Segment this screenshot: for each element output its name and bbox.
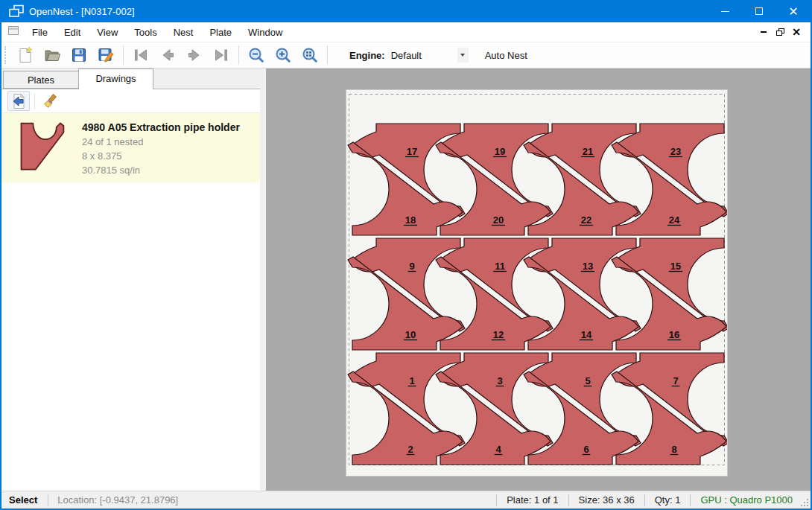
import-drawing-button[interactable] (7, 91, 30, 111)
plate-svg[interactable]: 171819202122232491011121314151612345678 (346, 90, 727, 476)
mode-status: Select (1, 494, 48, 506)
cursor-location: Location: [-0.9437, 21.8796] (48, 494, 187, 506)
part-number-16: 16 (669, 329, 679, 340)
resize-grip[interactable] (800, 491, 811, 509)
save-icon (70, 46, 88, 64)
part-number-22: 22 (581, 214, 591, 226)
toolbar-grip (4, 46, 9, 64)
tab-strip: Plates Drawings (1, 68, 260, 89)
part-number-19: 19 (495, 146, 505, 157)
first-arrow-icon (132, 46, 150, 64)
clean-button[interactable] (39, 91, 62, 111)
part-number-4: 4 (495, 444, 501, 455)
part-number-9: 9 (409, 261, 414, 272)
save-as-icon (97, 46, 115, 64)
close-icon: ✕ (788, 4, 798, 19)
save-button[interactable] (66, 44, 92, 66)
part-number-18: 18 (405, 214, 416, 226)
engine-combobox[interactable]: Default (391, 47, 469, 63)
part-number-23: 23 (670, 146, 681, 157)
engine-value: Default (391, 50, 457, 61)
part-number-8: 8 (671, 444, 676, 455)
plate-count: Plate: 1 of 1 (497, 494, 568, 506)
mdi-window-controls: ✕ (755, 25, 805, 39)
nest-canvas[interactable]: 171819202122232491011121314151612345678 (266, 68, 811, 491)
zoom-in-icon (274, 46, 292, 64)
plate[interactable]: 171819202122232491011121314151612345678 (346, 89, 728, 476)
import-drawing-icon (10, 92, 28, 110)
part-number-10: 10 (405, 329, 416, 340)
statusbar-right: Plate: 1 of 1 Size: 36 x 36 Qty: 1 GPU :… (496, 491, 811, 509)
tab-plates[interactable]: Plates (3, 71, 78, 89)
part-number-13: 13 (583, 261, 593, 272)
menu-nest[interactable]: Nest (165, 24, 202, 41)
menu-edit[interactable]: Edit (56, 24, 89, 41)
toolbar-separator (123, 45, 124, 65)
menu-file[interactable]: File (24, 24, 56, 41)
engine-label: Engine: (349, 50, 385, 61)
part-number-11: 11 (495, 261, 505, 272)
mdi-restore-button[interactable] (772, 25, 788, 39)
next-plate-button[interactable] (181, 44, 208, 66)
new-button[interactable] (12, 44, 39, 66)
zoom-out-button[interactable] (243, 44, 270, 66)
part-number-5: 5 (585, 375, 590, 386)
open-folder-icon (43, 46, 61, 64)
zoom-fit-icon (301, 46, 319, 64)
panel-splitter[interactable] (260, 68, 266, 491)
gpu-status: GPU : Quadro P1000 (691, 494, 800, 506)
menu-window[interactable]: Window (240, 24, 291, 41)
next-arrow-icon (185, 46, 203, 64)
mdi-minimize-icon (761, 31, 767, 33)
left-panel: Plates Drawings (1, 68, 260, 491)
part-number-15: 15 (670, 261, 681, 272)
maximize-icon (755, 7, 763, 15)
plate-size: Size: 36 x 36 (569, 494, 644, 506)
part-number-7: 7 (673, 375, 678, 386)
app-window: OpenNest - [N0317-002] ✕ File Edit View … (0, 0, 812, 510)
drawing-area: 30.7815 sq/in (82, 165, 240, 176)
engine-group: Engine: Default Auto Nest (349, 47, 532, 64)
part-number-6: 6 (583, 444, 589, 455)
broom-icon (42, 92, 60, 110)
open-button[interactable] (39, 44, 66, 66)
mdi-minimize-button[interactable] (755, 25, 772, 39)
part-number-12: 12 (493, 329, 504, 340)
menu-plate[interactable]: Plate (201, 24, 240, 41)
zoom-in-button[interactable] (270, 44, 296, 66)
part-number-1: 1 (409, 375, 414, 386)
tab-drawings[interactable]: Drawings (78, 68, 153, 89)
auto-nest-button[interactable]: Auto Nest (480, 47, 532, 64)
document-window-icon[interactable] (7, 25, 19, 39)
chevron-down-icon (460, 54, 465, 57)
drawings-toolbar (1, 89, 260, 113)
app-icon (7, 3, 26, 19)
drawing-item-text: 4980 A05 Extraction pipe holder 24 of 1 … (82, 120, 240, 176)
menu-view[interactable]: View (89, 24, 126, 41)
part-number-2: 2 (407, 444, 413, 455)
mdi-restore-icon (776, 28, 784, 36)
engine-dropdown-button[interactable] (457, 48, 469, 63)
save-as-button[interactable] (92, 44, 119, 66)
last-arrow-icon (212, 46, 230, 64)
mdi-close-icon: ✕ (792, 26, 801, 38)
title-bar: OpenNest - [N0317-002] ✕ (1, 0, 811, 22)
zoom-fit-button[interactable] (296, 44, 323, 66)
maximize-button[interactable] (742, 0, 776, 22)
window-title: OpenNest - [N0317-002] (29, 6, 708, 17)
minimize-button[interactable] (708, 0, 742, 22)
menu-tools[interactable]: Tools (126, 24, 165, 41)
drawing-list-item[interactable]: 4980 A05 Extraction pipe holder 24 of 1 … (1, 113, 260, 182)
menu-bar: File Edit View Tools Nest Plate Window ✕ (1, 22, 811, 42)
mdi-close-button[interactable]: ✕ (788, 25, 805, 39)
part-number-24: 24 (669, 214, 680, 226)
part-number-21: 21 (583, 146, 593, 157)
first-plate-button[interactable] (127, 44, 154, 66)
previous-plate-button[interactable] (154, 44, 181, 66)
content-area: Plates Drawings (1, 68, 811, 491)
previous-arrow-icon (159, 46, 177, 64)
drawing-nested-count: 24 of 1 nested (82, 136, 240, 147)
close-button[interactable]: ✕ (776, 0, 811, 22)
last-plate-button[interactable] (208, 44, 235, 66)
drawing-size: 8 x 8.375 (82, 150, 240, 162)
